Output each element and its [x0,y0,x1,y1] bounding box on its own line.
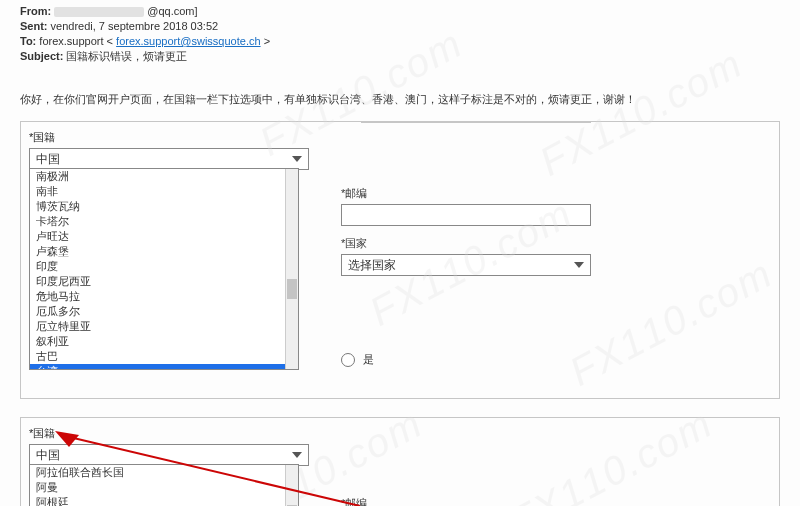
dropdown-option[interactable]: 厄立特里亚 [30,319,298,334]
dropdown-option[interactable]: 印度尼西亚 [30,274,298,289]
body-line: 你好，在你们官网开户页面，在国籍一栏下拉选项中，有单独标识台湾、香港、澳门，这样… [20,93,636,105]
nationality-select-2[interactable]: 中国 [29,444,309,466]
right-fields: *邮编 *国家 选择国家 [341,184,601,276]
sent-value: vendredi, 7 septembre 2018 03:52 [51,20,219,32]
postcode-label: *邮编 [341,186,601,201]
email-header: From: @qq.com] Sent: vendredi, 7 septemb… [0,0,800,64]
to-email-link[interactable]: forex.support@swissquote.ch [116,35,260,47]
subject-value: 国籍标识错误，烦请更正 [66,50,187,62]
dropdown-option[interactable]: 阿根廷 [30,495,298,506]
dropdown-option[interactable]: 卡塔尔 [30,214,298,229]
radio-label: 是 [363,352,374,367]
dropdown-option[interactable]: 阿拉伯联合酋长国 [30,465,298,480]
dropdown-option[interactable]: 台湾 [30,364,298,370]
dropdown-option[interactable]: 危地马拉 [30,289,298,304]
from-label: From: [20,5,51,17]
nationality-label: *国籍 [29,130,771,145]
radio-circle-icon [341,353,355,367]
chevron-down-icon [292,452,302,458]
dropdown-option[interactable]: 南非 [30,184,298,199]
dropdown-option[interactable]: 卢旺达 [30,229,298,244]
sent-label: Sent: [20,20,48,32]
form-panel-2: *国籍 中国 阿拉伯联合酋长国阿曼阿根廷阿鲁巴韩国香港 *邮编 [20,417,780,506]
nationality-select[interactable]: 中国 [29,148,309,170]
dropdown-option[interactable]: 博茨瓦纳 [30,199,298,214]
from-tail: @qq.com] [147,5,197,17]
dropdown-option[interactable]: 叙利亚 [30,334,298,349]
to-tail: > [264,35,270,47]
nationality-dropdown-2[interactable]: 阿拉伯联合酋长国阿曼阿根廷阿鲁巴韩国香港 [29,464,299,506]
nationality-dropdown[interactable]: 南极洲南非博茨瓦纳卡塔尔卢旺达卢森堡印度印度尼西亚危地马拉厄瓜多尔厄立特里亚叙利… [29,168,299,370]
nationality-value-2: 中国 [36,447,60,464]
country-value: 选择国家 [348,257,396,274]
panel-cut-border [361,122,591,123]
chevron-down-icon [292,156,302,162]
postcode-label-2: *邮编 [341,496,367,506]
dropdown-option[interactable]: 印度 [30,259,298,274]
email-body: 你好，在你们官网开户页面，在国籍一栏下拉选项中，有单独标识台湾、香港、澳门，这样… [0,64,800,115]
to-label: To: [20,35,36,47]
dropdown-option[interactable]: 阿曼 [30,480,298,495]
chevron-down-icon [574,262,584,268]
from-redacted [54,7,144,17]
form-panel-1: *国籍 中国 南极洲南非博茨瓦纳卡塔尔卢旺达卢森堡印度印度尼西亚危地马拉厄瓜多尔… [20,121,780,399]
dropdown-option[interactable]: 卢森堡 [30,244,298,259]
nationality-value: 中国 [36,151,60,168]
dropdown-option[interactable]: 古巴 [30,349,298,364]
to-name: forex.support < [39,35,113,47]
country-label: *国家 [341,236,601,251]
scrollbar[interactable] [285,169,298,369]
dropdown-option[interactable]: 厄瓜多尔 [30,304,298,319]
subject-label: Subject: [20,50,63,62]
country-select[interactable]: 选择国家 [341,254,591,276]
scrollbar[interactable] [285,465,298,506]
radio-yes[interactable]: 是 [341,352,374,367]
postcode-input[interactable] [341,204,591,226]
dropdown-option[interactable]: 南极洲 [30,169,298,184]
nationality-label-2: *国籍 [29,426,771,441]
